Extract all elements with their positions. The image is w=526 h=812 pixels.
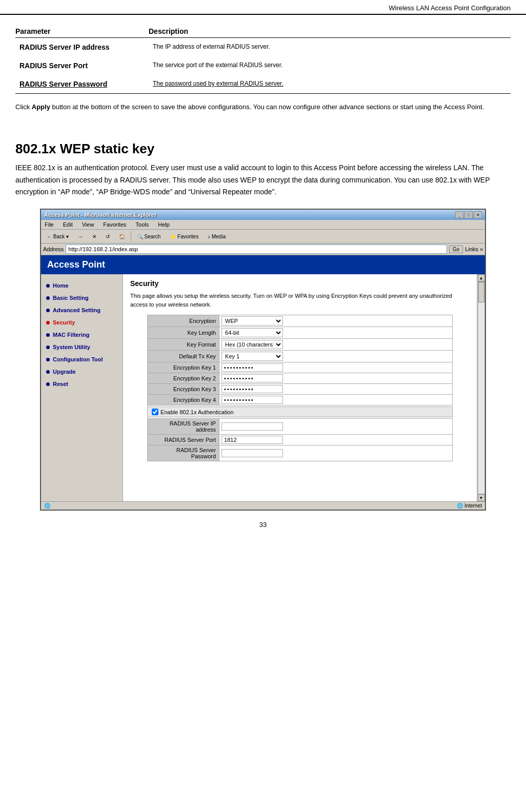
scrollbar: ▲ ▼ — [477, 274, 485, 501]
col-desc: Description — [149, 25, 511, 38]
search-button[interactable]: 🔍 Search — [133, 232, 164, 241]
sidebar-item-system-utility[interactable]: System Utility — [41, 341, 123, 353]
browser-content: Security This page allows you setup the … — [123, 274, 477, 501]
radius-value-1 — [219, 435, 453, 445]
titlebar-controls: _ □ ✕ — [455, 211, 482, 218]
scroll-down-button[interactable]: ▼ — [478, 494, 485, 501]
sidebar-label-3: Security — [53, 319, 75, 326]
form-select-3[interactable]: Key 1Key 2Key 3Key 4 — [221, 352, 283, 361]
browser-main: HomeBasic SettingAdvanced SettingSecurit… — [41, 274, 485, 501]
sidebar-item-basic-setting[interactable]: Basic Setting — [41, 292, 123, 304]
enable-8021x-checkbox[interactable] — [152, 409, 158, 415]
form-select-0[interactable]: NoneWEPWPA — [221, 316, 283, 326]
menu-edit[interactable]: Edit — [62, 221, 74, 228]
sidebar-item-home[interactable]: Home — [41, 279, 123, 292]
param-cell-1: RADIUS Server Port — [15, 56, 149, 75]
sidebar-dot-7 — [46, 370, 50, 374]
form-password-4[interactable] — [221, 363, 283, 372]
col-param: Parameter — [15, 25, 149, 38]
sidebar-dot-8 — [46, 382, 50, 386]
radius-input-0[interactable] — [221, 422, 283, 431]
radius-input-1[interactable] — [221, 436, 283, 444]
content-desc: This page allows you setup the wireless … — [130, 292, 470, 309]
scrollbar-track — [478, 281, 485, 494]
enable-8021x-row: Enable 802.1x Authentication — [152, 409, 448, 415]
menu-view[interactable]: View — [80, 221, 96, 228]
browser-menubar: File Edit View Favorites Tools Help — [41, 220, 485, 230]
radius-input-2[interactable] — [221, 449, 283, 457]
sidebar-label-2: Advanced Setting — [53, 307, 100, 313]
form-password-6[interactable] — [221, 385, 283, 393]
sidebar-item-advanced-setting[interactable]: Advanced Setting — [41, 304, 123, 316]
menu-help[interactable]: Help — [156, 221, 171, 228]
home-button[interactable]: 🏠 — [115, 232, 129, 241]
scroll-up-button[interactable]: ▲ — [478, 274, 485, 281]
sidebar-dot-5 — [46, 346, 50, 349]
form-label-6: Encryption Key 3 — [148, 384, 219, 395]
section-heading: 802.1x WEP static key — [15, 141, 511, 157]
media-button[interactable]: ♪ Media — [204, 232, 229, 241]
close-button[interactable]: ✕ — [474, 211, 482, 218]
menu-file[interactable]: File — [43, 221, 55, 228]
param-cell-2: RADIUS Server Password — [15, 75, 149, 94]
form-label-1: Key Length — [148, 327, 219, 339]
form-label-3: Default Tx Key — [148, 351, 219, 362]
form-select-1[interactable]: 64-bit128-bit — [221, 328, 283, 337]
sidebar-label-6: Configuration Tool — [53, 356, 103, 362]
form-password-5[interactable] — [221, 374, 283, 382]
content-title: Security — [130, 279, 470, 288]
ap-header: Access Point — [41, 255, 485, 274]
form-value-0: NoneWEPWPA — [219, 315, 453, 327]
back-button[interactable]: ← Back ▾ — [43, 232, 72, 241]
radius-value-2 — [219, 445, 453, 461]
desc-cell-2: The password used by external RADIUS ser… — [149, 75, 511, 94]
form-label-2: Key Format — [148, 339, 219, 351]
address-label: Address — [43, 246, 64, 252]
section-body: IEEE 802.1x is an authentication protoco… — [15, 162, 511, 198]
toolbar-separator — [131, 231, 131, 241]
sidebar-item-upgrade[interactable]: Upgrade — [41, 366, 123, 378]
sidebar-label-1: Basic Setting — [53, 295, 89, 301]
sidebar-label-5: System Utility — [53, 344, 90, 350]
page-header: Wireless LAN Access Point Configuration — [0, 0, 526, 15]
sidebar-dot-6 — [46, 358, 50, 361]
sidebar-item-reset[interactable]: Reset — [41, 378, 123, 390]
page-number: 33 — [15, 521, 511, 529]
form-table: EncryptionNoneWEPWPAKey Length64-bit128-… — [147, 315, 453, 405]
form-password-7[interactable] — [221, 396, 283, 404]
browser-window: Access Point - Microsoft Internet Explor… — [40, 209, 486, 511]
scrollbar-thumb[interactable] — [478, 282, 484, 302]
sidebar-dot-4 — [46, 333, 50, 337]
favorites-button[interactable]: ⭐ Favorites — [166, 232, 202, 241]
sidebar-item-configuration-tool[interactable]: Configuration Tool — [41, 353, 123, 366]
status-text: 🌐 — [44, 503, 50, 509]
main-content: Parameter Description RADIUS Server IP a… — [0, 15, 526, 539]
sidebar-dot-2 — [46, 309, 50, 312]
sidebar-item-mac-filtering[interactable]: MAC Filtering — [41, 329, 123, 341]
maximize-button[interactable]: □ — [464, 211, 473, 218]
radius-label-1: RADIUS Server Port — [148, 435, 219, 445]
form-select-2[interactable]: Hex (10 characters)ASCII (5 characters) — [221, 340, 283, 349]
minimize-button[interactable]: _ — [455, 211, 463, 218]
sidebar-label-7: Upgrade — [53, 369, 76, 375]
form-label-7: Encryption Key 4 — [148, 395, 219, 405]
go-button[interactable]: Go — [449, 246, 463, 253]
menu-favorites[interactable]: Favorites — [102, 221, 128, 228]
form-value-7 — [219, 395, 453, 405]
zone-text: 🌐 Internet — [457, 503, 482, 509]
browser-toolbar: ← Back ▾ → ✕ ↺ 🏠 🔍 Search ⭐ Favorites ♪ … — [41, 230, 485, 243]
radius-label-2: RADIUS Server Password — [148, 445, 219, 461]
sidebar-label-0: Home — [53, 282, 69, 289]
refresh-button[interactable]: ↺ — [102, 232, 113, 241]
forward-button[interactable]: → — [74, 232, 87, 241]
stop-button[interactable]: ✕ — [89, 232, 100, 241]
sidebar-dot-1 — [46, 296, 50, 300]
address-input[interactable] — [66, 245, 447, 254]
menu-tools[interactable]: Tools — [134, 221, 151, 228]
sidebar: HomeBasic SettingAdvanced SettingSecurit… — [41, 274, 123, 501]
sidebar-item-security[interactable]: Security — [41, 316, 123, 329]
browser-body: Access Point HomeBasic SettingAdvanced S… — [41, 255, 485, 501]
form-value-3: Key 1Key 2Key 3Key 4 — [219, 351, 453, 362]
form-label-4: Encryption Key 1 — [148, 362, 219, 373]
apply-text: Click Apply button at the bottom of the … — [15, 102, 511, 113]
